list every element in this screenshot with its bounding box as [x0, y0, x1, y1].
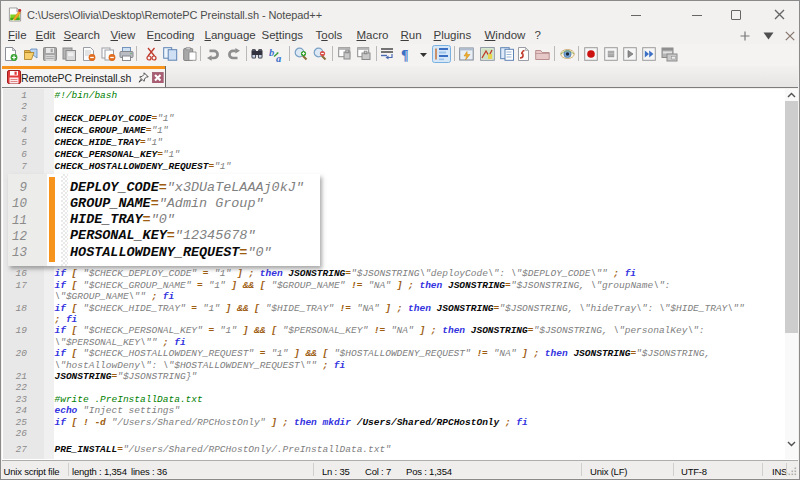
svg-text:b: b	[269, 47, 274, 58]
svg-text:¶: ¶	[401, 48, 409, 63]
